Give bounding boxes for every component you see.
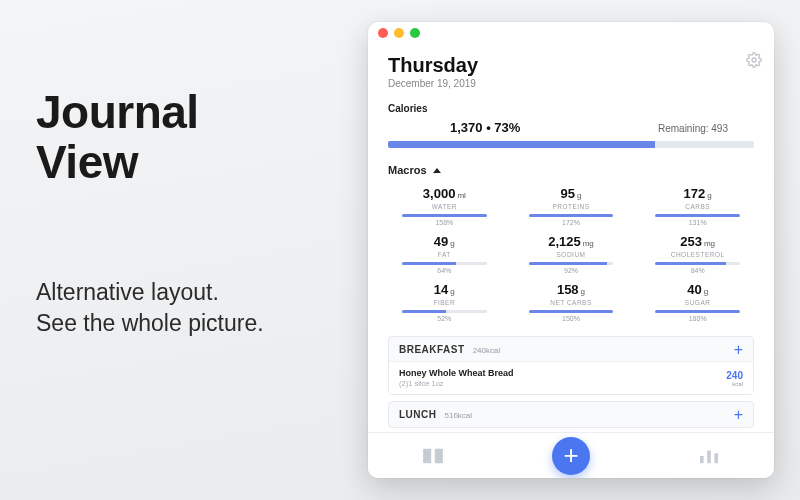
macro-name: CARBS bbox=[641, 203, 754, 210]
macro-pct: 92% bbox=[515, 267, 628, 274]
meal-kcal: 240kcal bbox=[473, 346, 501, 355]
macro-bar bbox=[402, 310, 487, 313]
macro-bar bbox=[655, 262, 740, 265]
macro-pct: 131% bbox=[641, 219, 754, 226]
calories-progress-fill bbox=[388, 141, 655, 148]
macro-value: 40 bbox=[687, 282, 701, 297]
bar-chart-icon bbox=[698, 447, 720, 465]
macro-bar bbox=[402, 262, 487, 265]
macro-value: 172 bbox=[684, 186, 706, 201]
calories-value: 1,370 • 73% bbox=[450, 120, 520, 135]
macro-fiber: 14gFIBER52% bbox=[388, 280, 501, 322]
macro-bar bbox=[529, 310, 614, 313]
macro-name: SUGAR bbox=[641, 299, 754, 306]
macro-name: PROTEINS bbox=[515, 203, 628, 210]
app-window: Thursday December 19, 2019 Calories 1,37… bbox=[368, 22, 774, 478]
macro-net-carbs: 158gNET CARBS150% bbox=[515, 280, 628, 322]
macro-bar bbox=[529, 262, 614, 265]
macro-cholesterol: 253mgCHOLESTEROL84% bbox=[641, 232, 754, 274]
calories-label: Calories bbox=[388, 103, 754, 114]
macro-value: 49 bbox=[434, 234, 448, 249]
caret-up-icon bbox=[433, 168, 441, 173]
food-portion: (2)1 slice 1oz bbox=[399, 379, 514, 388]
window-titlebar bbox=[368, 22, 774, 44]
svg-rect-2 bbox=[435, 448, 443, 462]
meal-breakfast: BREAKFAST 240kcal + Honey Whole Wheat Br… bbox=[388, 336, 754, 395]
food-row[interactable]: Honey Whole Wheat Bread (2)1 slice 1oz 2… bbox=[389, 361, 753, 394]
macro-name: FAT bbox=[388, 251, 501, 258]
macro-value: 14 bbox=[434, 282, 448, 297]
page-title: Thursday bbox=[388, 54, 754, 77]
macro-pct: 180% bbox=[641, 315, 754, 322]
macro-pct: 52% bbox=[388, 315, 501, 322]
macro-sodium: 2,125mgSODIUM92% bbox=[515, 232, 628, 274]
macro-value: 253 bbox=[680, 234, 702, 249]
macro-proteins: 95gPROTEINS172% bbox=[515, 184, 628, 226]
macro-carbs: 172gCARBS131% bbox=[641, 184, 754, 226]
macro-value: 158 bbox=[557, 282, 579, 297]
meal-lunch: LUNCH 516kcal + bbox=[388, 401, 754, 428]
calories-remaining: Remaining: 493 bbox=[658, 123, 728, 134]
svg-rect-5 bbox=[714, 453, 718, 463]
food-kcal: 240 bbox=[726, 370, 743, 381]
macro-pct: 158% bbox=[388, 219, 501, 226]
svg-rect-4 bbox=[707, 450, 711, 463]
macro-pct: 172% bbox=[515, 219, 628, 226]
add-fab[interactable]: + bbox=[552, 437, 590, 475]
marketing-copy: Journal View Alternative layout. See the… bbox=[36, 88, 336, 339]
macro-pct: 84% bbox=[641, 267, 754, 274]
marketing-tagline: Alternative layout. See the whole pictur… bbox=[36, 277, 336, 339]
macro-value: 2,125 bbox=[548, 234, 581, 249]
macro-sugar: 40gSUGAR180% bbox=[641, 280, 754, 322]
food-name: Honey Whole Wheat Bread bbox=[399, 368, 514, 378]
macro-pct: 64% bbox=[388, 267, 501, 274]
macro-bar bbox=[402, 214, 487, 217]
macro-name: SODIUM bbox=[515, 251, 628, 258]
macro-water: 3,000mlWATER158% bbox=[388, 184, 501, 226]
macro-value: 3,000 bbox=[423, 186, 456, 201]
add-lunch-button[interactable]: + bbox=[734, 410, 743, 420]
marketing-headline: Journal View bbox=[36, 88, 336, 187]
calories-progress bbox=[388, 141, 754, 148]
window-zoom-button[interactable] bbox=[410, 28, 420, 38]
meal-name: BREAKFAST bbox=[399, 344, 465, 355]
journal-tab[interactable] bbox=[422, 447, 444, 465]
svg-rect-3 bbox=[700, 456, 704, 463]
macro-bar bbox=[655, 214, 740, 217]
macro-value: 95 bbox=[561, 186, 575, 201]
macros-toggle[interactable]: Macros bbox=[388, 164, 754, 176]
add-breakfast-button[interactable]: + bbox=[734, 345, 743, 355]
svg-rect-1 bbox=[423, 448, 431, 462]
meal-kcal: 516kcal bbox=[445, 411, 473, 420]
journal-icon bbox=[422, 447, 444, 465]
main-content: Thursday December 19, 2019 Calories 1,37… bbox=[368, 44, 774, 432]
page-subtitle: December 19, 2019 bbox=[388, 78, 754, 89]
window-close-button[interactable] bbox=[378, 28, 388, 38]
bottom-toolbar: + bbox=[368, 432, 774, 478]
macros-grid: 3,000mlWATER158%95gPROTEINS172%172gCARBS… bbox=[388, 184, 754, 322]
window-minimize-button[interactable] bbox=[394, 28, 404, 38]
macro-pct: 150% bbox=[515, 315, 628, 322]
plus-icon: + bbox=[563, 440, 578, 471]
macro-fat: 49gFAT64% bbox=[388, 232, 501, 274]
macro-name: NET CARBS bbox=[515, 299, 628, 306]
meal-name: LUNCH bbox=[399, 409, 437, 420]
macro-bar bbox=[655, 310, 740, 313]
macro-name: WATER bbox=[388, 203, 501, 210]
macro-name: CHOLESTEROL bbox=[641, 251, 754, 258]
macro-name: FIBER bbox=[388, 299, 501, 306]
stats-tab[interactable] bbox=[698, 447, 720, 465]
macro-bar bbox=[529, 214, 614, 217]
